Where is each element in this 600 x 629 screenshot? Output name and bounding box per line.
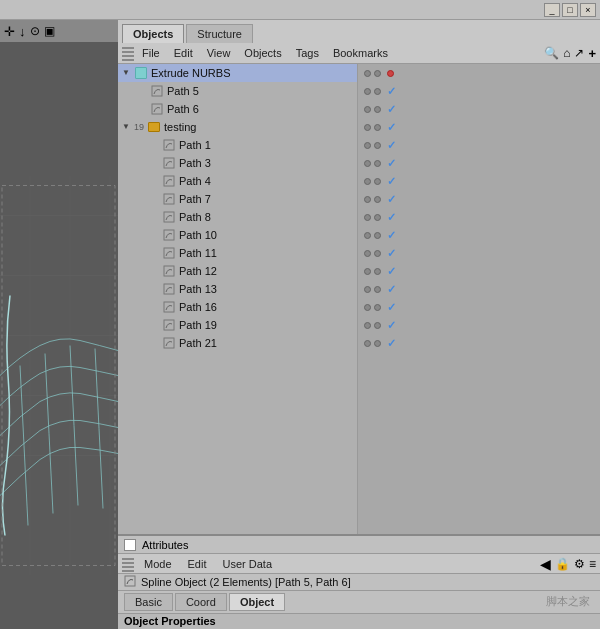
menu-view[interactable]: View xyxy=(201,45,237,61)
tree-item-path21[interactable]: ▶ Path 21 xyxy=(118,334,357,352)
tree-item-path12[interactable]: ▶ Path 12 xyxy=(118,262,357,280)
dot-a[interactable] xyxy=(364,250,371,257)
dot-b[interactable] xyxy=(374,304,381,311)
mode-mode[interactable]: Mode xyxy=(138,556,178,572)
dot-b[interactable] xyxy=(374,124,381,131)
minimize-button[interactable]: _ xyxy=(544,3,560,17)
attributes-label: Attributes xyxy=(142,539,188,551)
dot-a[interactable] xyxy=(364,340,371,347)
path3-icon xyxy=(162,156,176,170)
tree-item-path6[interactable]: ▶ Path 6 xyxy=(118,100,357,118)
tree-item-path16[interactable]: ▶ Path 16 xyxy=(118,298,357,316)
move-icon[interactable]: ✛ xyxy=(4,24,15,39)
lock-icon[interactable]: 🔒 xyxy=(555,557,570,571)
row-ctrl-path12: ✓ xyxy=(358,262,600,280)
tree-item-path3[interactable]: ▶ Path 3 xyxy=(118,154,357,172)
dot-a[interactable] xyxy=(364,106,371,113)
dot-b[interactable] xyxy=(374,268,381,275)
dot-a[interactable] xyxy=(364,124,371,131)
prop-tab-object[interactable]: Object xyxy=(229,593,285,611)
dot-b[interactable] xyxy=(374,88,381,95)
tree-item-path5[interactable]: ▶ Path 5 xyxy=(118,82,357,100)
svg-rect-11 xyxy=(152,104,162,114)
svg-rect-21 xyxy=(164,302,174,312)
settings-icon[interactable]: ⚙ xyxy=(574,557,585,571)
dot-a[interactable] xyxy=(364,160,371,167)
svg-rect-14 xyxy=(164,176,174,186)
tree-label-path11: Path 11 xyxy=(179,247,217,259)
frame-icon[interactable]: ▣ xyxy=(44,24,55,38)
watermark: 脚本之家 xyxy=(546,594,600,609)
tree-item-path11[interactable]: ▶ Path 11 xyxy=(118,244,357,262)
dot-b[interactable] xyxy=(374,322,381,329)
close-button[interactable]: × xyxy=(580,3,596,17)
path6-icon xyxy=(150,102,164,116)
dot-a[interactable] xyxy=(364,304,371,311)
row-ctrl-path21: ✓ xyxy=(358,334,600,352)
dot-b[interactable] xyxy=(374,196,381,203)
dot-b[interactable] xyxy=(374,142,381,149)
dot-a[interactable] xyxy=(364,214,371,221)
down-icon[interactable]: ↓ xyxy=(19,24,26,39)
home-icon[interactable]: ⌂ xyxy=(563,46,570,60)
arrow-icon[interactable]: ↗ xyxy=(574,46,584,60)
prop-tab-coord[interactable]: Coord xyxy=(175,593,227,611)
menu-objects[interactable]: Objects xyxy=(238,45,287,61)
mode-userdata[interactable]: User Data xyxy=(217,556,279,572)
tree-item-path13[interactable]: ▶ Path 13 xyxy=(118,280,357,298)
dot-a[interactable] xyxy=(364,196,371,203)
dot-b[interactable] xyxy=(374,160,381,167)
tree-label-path16: Path 16 xyxy=(179,301,217,313)
dot-b[interactable] xyxy=(374,250,381,257)
dot-red[interactable] xyxy=(387,70,394,77)
dot-b[interactable] xyxy=(374,232,381,239)
attributes-checkbox[interactable] xyxy=(124,539,136,551)
svg-rect-20 xyxy=(164,284,174,294)
dot-b[interactable] xyxy=(374,178,381,185)
search-icon[interactable]: 🔍 xyxy=(544,46,559,60)
tree-item-path7[interactable]: ▶ Path 7 xyxy=(118,190,357,208)
extrude-icon xyxy=(134,66,148,80)
tree-item-path8[interactable]: ▶ Path 8 xyxy=(118,208,357,226)
back-arrow-icon[interactable]: ◀ xyxy=(540,556,551,572)
tree-item-testing[interactable]: ▼ 19 testing xyxy=(118,118,357,136)
path10-icon xyxy=(162,228,176,242)
dot-b[interactable] xyxy=(374,340,381,347)
menu-bar: File Edit View Objects Tags Bookmarks 🔍 … xyxy=(118,43,600,64)
dot-b[interactable] xyxy=(374,214,381,221)
tree-item-path1[interactable]: ▶ Path 1 xyxy=(118,136,357,154)
expand-arrow-path5: ▶ xyxy=(138,86,148,96)
dot-a[interactable] xyxy=(364,232,371,239)
tree-item-path10[interactable]: ▶ Path 10 xyxy=(118,226,357,244)
menu-tags[interactable]: Tags xyxy=(290,45,325,61)
dot-a[interactable] xyxy=(364,178,371,185)
maximize-button[interactable]: □ xyxy=(562,3,578,17)
dot-a[interactable] xyxy=(364,286,371,293)
menu-edit[interactable]: Edit xyxy=(168,45,199,61)
tree-item-extrude[interactable]: ▼ Extrude NURBS xyxy=(118,64,357,82)
prop-tab-basic[interactable]: Basic xyxy=(124,593,173,611)
tree-label-path5: Path 5 xyxy=(167,85,199,97)
expand-arrow-path4: ▶ xyxy=(150,176,160,186)
menu-file[interactable]: File xyxy=(136,45,166,61)
expand-arrow-path3: ▶ xyxy=(150,158,160,168)
extra-icon[interactable]: ≡ xyxy=(589,557,596,571)
dot-a[interactable] xyxy=(364,70,371,77)
mode-edit[interactable]: Edit xyxy=(182,556,213,572)
tab-objects[interactable]: Objects xyxy=(122,24,184,43)
cursor-icon[interactable]: ⊙ xyxy=(30,24,40,38)
dot-a[interactable] xyxy=(364,142,371,149)
menu-bookmarks[interactable]: Bookmarks xyxy=(327,45,394,61)
menu-stripe-icon xyxy=(122,45,134,61)
dot-b[interactable] xyxy=(374,286,381,293)
row-ctrl-extrude xyxy=(358,64,600,82)
dot-b[interactable] xyxy=(374,70,381,77)
dot-a[interactable] xyxy=(364,268,371,275)
dot-a[interactable] xyxy=(364,322,371,329)
tab-structure[interactable]: Structure xyxy=(186,24,253,43)
dot-b[interactable] xyxy=(374,106,381,113)
dot-a[interactable] xyxy=(364,88,371,95)
tree-item-path4[interactable]: ▶ Path 4 xyxy=(118,172,357,190)
tree-item-path19[interactable]: ▶ Path 19 xyxy=(118,316,357,334)
add-icon[interactable]: + xyxy=(588,46,596,61)
